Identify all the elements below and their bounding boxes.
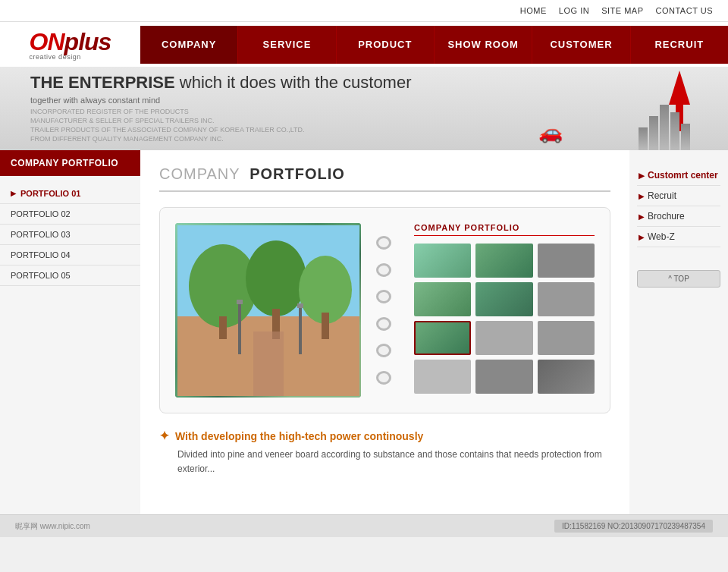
description-area: ✦ With developing the high-tech power co… (159, 429, 610, 476)
nav-showroom[interactable]: SHOW ROOM (435, 26, 532, 64)
right-menu-customer[interactable]: ▶ Customrt center (637, 165, 720, 186)
thumb-12[interactable] (538, 360, 595, 394)
top-button[interactable]: ^ TOP (637, 270, 720, 288)
main-image-overlay (175, 223, 361, 398)
home-link[interactable]: HOME (520, 6, 547, 15)
sidebar-item-portfolio01[interactable]: ▶ PORTFOLIO 01 (0, 184, 140, 204)
banner-text: THE ENTERPRISE which it does with the cu… (0, 67, 516, 150)
spiral-3 (376, 290, 391, 303)
content-area: COMPANY PORTFOLIO ▶ PORTFOLIO 01 PORTFOL… (0, 150, 728, 514)
spiral-5 (376, 344, 391, 357)
main-portfolio-image (175, 223, 361, 398)
right-sidebar: ▶ Customrt center ▶ Recruit ▶ Brochure ▶… (629, 150, 728, 514)
thumb-3[interactable] (538, 244, 595, 278)
buildings-icon (639, 105, 728, 150)
nav-customer[interactable]: CUSTOMER (532, 26, 630, 64)
sidebar-item-portfolio02[interactable]: PORTFOLIO 02 (0, 204, 140, 225)
main-nav: COMPANY SERVICE PRODUCT SHOW ROOM CUSTOM… (140, 26, 728, 64)
arrow-icon-p1: ▶ (11, 190, 16, 197)
logo-plus: plus (64, 28, 111, 55)
spiral-4 (376, 317, 391, 331)
sidebar-item-portfolio03[interactable]: PORTFOLIO 03 (0, 225, 140, 245)
spiral-6 (376, 371, 391, 385)
right-arrow-3: ▶ (639, 212, 645, 221)
desc-text: Divided into pine and veneer board accor… (159, 448, 610, 476)
header: ONplus creative design COMPANY SERVICE P… (0, 22, 728, 67)
svg-rect-10 (237, 300, 243, 304)
spiral-1 (376, 236, 391, 250)
top-bar: HOME LOG IN SITE MAP CONTACT US (0, 0, 728, 22)
contact-link[interactable]: CONTACT US (656, 6, 714, 15)
car-icon: 🚗 (538, 121, 563, 144)
svg-rect-8 (253, 332, 284, 396)
thumb-grid (414, 244, 595, 394)
svg-rect-12 (297, 303, 303, 308)
thumb-1[interactable] (414, 244, 471, 278)
sidebar-item-portfolio05[interactable]: PORTFOLIO 05 (0, 266, 140, 286)
portfolio-label: COMPANY PORTFOLIO (414, 223, 595, 236)
banner-image: 🚗 (516, 67, 728, 150)
spiral-binding (376, 223, 399, 398)
svg-rect-3 (219, 316, 227, 339)
banner-line1: INCORPORATED REGISTER OF THE PRODUCTS (30, 108, 485, 115)
right-arrow-1: ▶ (639, 171, 645, 180)
thumbnail-section: COMPANY PORTFOLIO (414, 223, 595, 398)
nav-product[interactable]: PRODUCT (337, 26, 435, 64)
thumb-2[interactable] (475, 244, 532, 278)
thumb-6[interactable] (538, 282, 595, 316)
nav-company[interactable]: COMPANY (140, 26, 238, 64)
thumb-11[interactable] (475, 360, 532, 394)
logo: ONplus creative design (0, 22, 140, 67)
thumb-10[interactable] (414, 360, 471, 394)
svg-rect-9 (238, 301, 241, 354)
logo-text: ONplus (30, 28, 111, 56)
logo-on: ON (30, 28, 64, 55)
desc-title: ✦ With developing the high-tech power co… (159, 429, 610, 443)
banner-line3: TRAILER PRODUCTS OF THE ASSOCIATED COMPA… (30, 126, 485, 134)
svg-rect-7 (322, 313, 329, 339)
sitemap-link[interactable]: SITE MAP (601, 6, 643, 15)
spiral-2 (376, 263, 391, 277)
right-arrow-2: ▶ (639, 192, 645, 200)
page-title-dark: PORTFOLIO (249, 165, 345, 182)
banner-subtitle: together with always constant mind (30, 96, 485, 105)
nav-service[interactable]: SERVICE (238, 26, 336, 64)
sidebar-menu: ▶ PORTFOLIO 01 PORTFOLIO 02 PORTFOLIO 03… (0, 176, 140, 294)
thumb-4[interactable] (414, 282, 471, 316)
banner: THE ENTERPRISE which it does with the cu… (0, 67, 728, 150)
banner-line4: FROM DIFFERENT QUALITY MANAGEMENT COMPAN… (30, 135, 485, 143)
puzzle-icon: ✦ (159, 429, 169, 443)
thumb-8[interactable] (475, 321, 532, 355)
footer-right: ID:11582169 NO:20130907170239487354 (554, 520, 713, 533)
sidebar-title: COMPANY PORTFOLIO (0, 150, 140, 176)
banner-line2: MANUFACTURER & SELLER OF SPECIAL TRAILER… (30, 117, 485, 124)
thumb-5[interactable] (475, 282, 532, 316)
page-title: COMPANY PORTFOLIO (159, 165, 610, 192)
right-menu-webz[interactable]: ▶ Web-Z (637, 227, 720, 247)
sidebar-item-portfolio04[interactable]: PORTFOLIO 04 (0, 245, 140, 266)
page-title-gray: COMPANY (159, 165, 240, 182)
banner-title: THE ENTERPRISE which it does with the cu… (30, 73, 485, 93)
footer-left: 昵享网 www.nipic.com (15, 521, 90, 532)
left-sidebar: COMPANY PORTFOLIO ▶ PORTFOLIO 01 PORTFOL… (0, 150, 140, 514)
nav-recruit[interactable]: RECRUIT (631, 26, 728, 64)
right-menu-brochure[interactable]: ▶ Brochure (637, 206, 720, 227)
main-content: COMPANY PORTFOLIO (140, 150, 629, 514)
right-arrow-4: ▶ (639, 233, 645, 241)
portfolio-book: COMPANY PORTFOLIO (159, 207, 610, 413)
login-link[interactable]: LOG IN (559, 6, 589, 15)
portfolio-svg (177, 225, 359, 396)
thumb-7[interactable] (414, 321, 471, 355)
right-menu-recruit[interactable]: ▶ Recruit (637, 186, 720, 206)
thumb-9[interactable] (538, 321, 595, 355)
svg-rect-11 (299, 305, 302, 354)
footer: 昵享网 www.nipic.com ID:11582169 NO:2013090… (0, 514, 728, 537)
